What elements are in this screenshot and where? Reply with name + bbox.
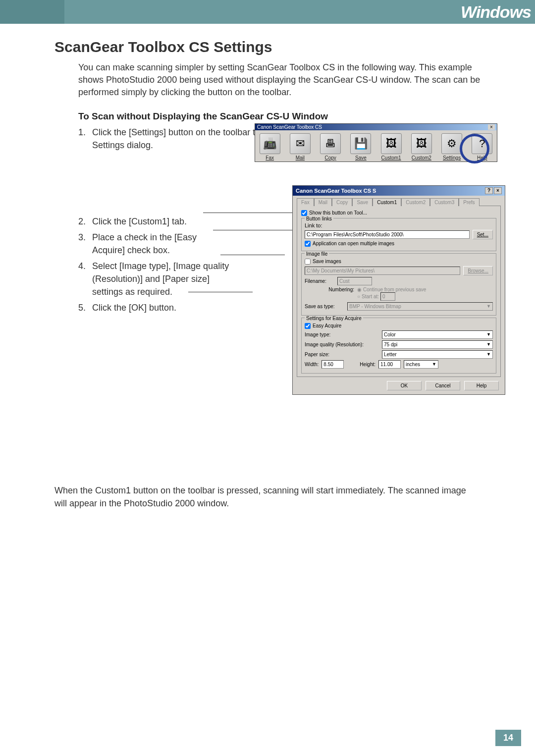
tab-mail[interactable]: Mail	[314, 198, 332, 206]
dialog-close-button[interactable]: ×	[494, 187, 502, 194]
chevron-down-icon: ▼	[486, 304, 491, 309]
step-text: Place a check in the [Easy Acquire] chec…	[92, 231, 222, 257]
easy-acquire-input[interactable]	[305, 323, 311, 329]
tab-prefs[interactable]: Prefs	[459, 198, 479, 206]
filename-label: Filename:	[305, 278, 334, 284]
show-button-checkbox[interactable]: Show this button on Tool...	[301, 210, 496, 216]
easy-acquire-group: Settings for Easy Acquire Easy Acquire I…	[301, 318, 496, 374]
dialog-titlebar: Canon ScanGear Toolbox CS S ? ×	[293, 186, 505, 196]
tab-custom2[interactable]: Custom2	[401, 198, 430, 206]
mail-icon: ✉	[290, 133, 311, 154]
save-images-checkbox[interactable]: Save images	[305, 259, 493, 265]
set-button[interactable]: Set...	[473, 230, 493, 239]
intro-text: You can make scanning simpler by setting…	[78, 61, 481, 99]
page-title: ScanGear Toolbox CS Settings	[54, 39, 481, 55]
height-field[interactable]	[378, 360, 401, 369]
step-3: 3. Place a check in the [Easy Acquire] c…	[78, 231, 222, 257]
toolbox-label: Copy	[324, 155, 336, 161]
step-number: 2.	[78, 215, 88, 228]
save-icon: 💾	[350, 133, 371, 154]
width-label: Width:	[305, 362, 319, 367]
step-number: 4.	[78, 260, 88, 298]
save-images-label: Save images	[313, 259, 341, 264]
numbering-label: Numbering:	[305, 287, 354, 292]
numbering-continue-radio: ◉Continue from previous save	[357, 287, 426, 292]
filename-field	[337, 277, 372, 285]
tab-save[interactable]: Save	[352, 198, 373, 206]
leader-line	[220, 255, 285, 255]
toolbox-custom2-button[interactable]: 🖼Custom2	[410, 133, 433, 161]
outro-text: When the Custom1 button on the toolbar i…	[54, 485, 481, 509]
save-images-input[interactable]	[305, 259, 311, 265]
imagequality-select[interactable]: 75 dpi▼	[382, 340, 493, 349]
tab-fax[interactable]: Fax	[297, 198, 314, 206]
step-number: 3.	[78, 231, 88, 257]
custom1-icon: 🖼	[381, 133, 402, 154]
step-text: Select [Image type], [Image quality (Res…	[92, 260, 237, 298]
cancel-button[interactable]: Cancel	[426, 381, 460, 390]
easy-acquire-checkbox[interactable]: Easy Acquire	[305, 323, 493, 329]
fax-icon: 📠	[260, 133, 280, 154]
browse-button: Browse...	[463, 266, 493, 275]
saveastype-select: BMP - Windows Bitmap▼	[347, 302, 493, 311]
app-multi-checkbox[interactable]: Application can open multiple images	[305, 241, 493, 247]
saveastype-label: Save as type:	[305, 304, 344, 309]
steps-area: 1. Click the [Settings] button on the to…	[54, 126, 481, 466]
papersize-label: Paper size:	[305, 352, 379, 357]
toolbox-fax-button[interactable]: 📠Fax	[258, 133, 281, 161]
linkto-field[interactable]	[305, 230, 470, 239]
chevron-down-icon: ▼	[486, 342, 491, 347]
step-4: 4. Select [Image type], [Image quality (…	[78, 260, 237, 298]
toolbox-copy-button[interactable]: 🖶Copy	[319, 133, 342, 161]
units-select[interactable]: inches▼	[404, 360, 438, 369]
dialog-help-button[interactable]: ?	[485, 187, 493, 194]
toolbox-label: Mail	[296, 155, 305, 161]
leader-line	[188, 292, 253, 292]
callout-settings-circle	[460, 134, 489, 163]
tab-custom1[interactable]: Custom1	[373, 198, 401, 206]
button-links-group: Button links Link to: Set... Application…	[301, 218, 496, 251]
toolbox-titlebar: Canon ScanGear Toolbox CS ×	[255, 124, 497, 130]
numbering-start-field	[380, 292, 395, 301]
step-text: Click the [OK] button.	[92, 301, 176, 314]
toolbox-save-button[interactable]: 💾Save	[349, 133, 373, 161]
section-heading: To Scan without Displaying the ScanGear …	[78, 111, 481, 122]
toolbox-label: Custom2	[412, 155, 431, 161]
imagetype-select[interactable]: Color▼	[382, 330, 493, 339]
imagequality-label: Image quality (Resolution):	[305, 342, 379, 347]
easy-acquire-label: Easy Acquire	[313, 323, 341, 328]
app-multi-label: Application can open multiple images	[313, 241, 394, 246]
ok-button[interactable]: OK	[387, 381, 422, 390]
toolbox-title: Canon ScanGear Toolbox CS	[257, 124, 322, 130]
leader-line	[213, 230, 302, 230]
chevron-down-icon: ▼	[432, 362, 436, 367]
os-badge: Windows	[461, 2, 535, 22]
help-button[interactable]: Help	[464, 381, 499, 390]
linkto-label: Link to:	[305, 222, 493, 228]
toolbox-mail-button[interactable]: ✉Mail	[288, 133, 312, 161]
toolbox-close[interactable]: ×	[488, 124, 495, 130]
step-5: 5. Click the [OK] button.	[78, 301, 222, 314]
chevron-down-icon: ▼	[486, 332, 491, 337]
tab-copy[interactable]: Copy	[332, 198, 352, 206]
toolbox-custom1-button[interactable]: 🖼Custom1	[379, 133, 403, 161]
step-2: 2. Click the [Custom1] tab.	[78, 215, 222, 228]
settings-dialog-screenshot: Canon ScanGear Toolbox CS S ? × Fax Mail…	[292, 185, 505, 395]
chevron-down-icon: ▼	[486, 352, 491, 357]
step-number: 5.	[78, 301, 88, 314]
save-path-field	[305, 267, 460, 275]
toolbox-label: Custom1	[381, 155, 401, 161]
dialog-tabstrip: Fax Mail Copy Save Custom1 Custom2 Custo…	[297, 198, 501, 206]
group-title: Button links	[305, 216, 333, 221]
gear-icon: ⚙	[441, 133, 462, 154]
tab-custom3[interactable]: Custom3	[430, 198, 459, 206]
show-button-label: Show this button on Tool...	[309, 210, 367, 216]
image-file-group: Image file Save images Browse...	[301, 253, 496, 316]
height-label: Height:	[360, 362, 375, 367]
group-title: Settings for Easy Acquire	[305, 316, 363, 321]
papersize-select[interactable]: Letter▼	[382, 350, 493, 359]
numbering-startat-radio: ○Start at:	[357, 292, 426, 301]
show-button-input[interactable]	[301, 210, 307, 216]
width-field[interactable]	[321, 360, 344, 369]
app-multi-input[interactable]	[305, 241, 311, 247]
